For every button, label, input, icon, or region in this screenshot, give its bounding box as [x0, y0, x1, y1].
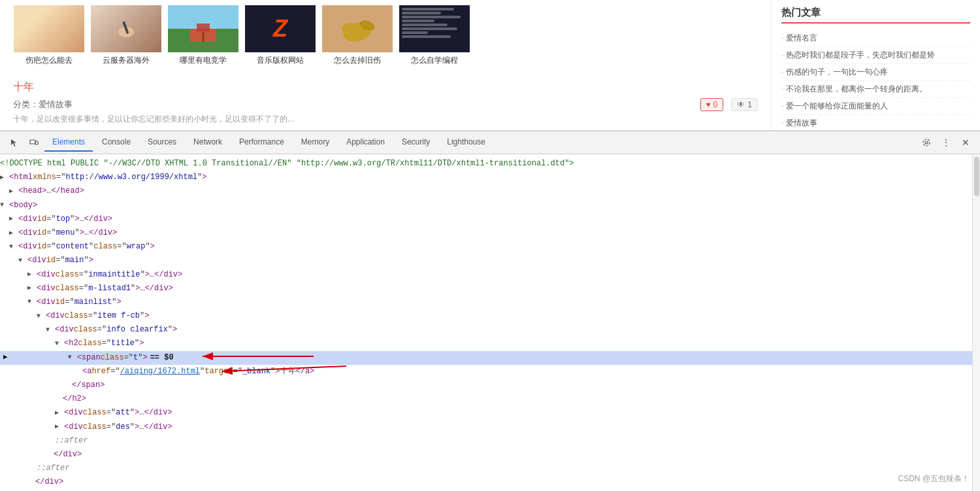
line-after-2: ::after	[0, 462, 972, 475]
article-image-item: 伤疤怎么能去	[13, 5, 85, 66]
toggle-div-top[interactable]: ▶	[9, 215, 17, 223]
view-count: 1	[747, 100, 752, 109]
line-div-att[interactable]: ▶ <div class="att" > … </div>	[0, 406, 972, 420]
toggle-div-main[interactable]: ▼	[18, 257, 26, 265]
website-main: 伤疤怎么能去 云服务器海外 哪里有电竞学	[0, 0, 771, 130]
toggle-h2[interactable]: ▼	[55, 340, 63, 348]
toggle-inmaintitle[interactable]: ▶	[27, 271, 35, 279]
scrollbar[interactable]	[972, 154, 980, 491]
article-stats: ♥ 0 👁 1	[700, 98, 759, 111]
article-image-4: Z	[245, 5, 316, 52]
line-head[interactable]: ▶ <head> … </head>	[0, 184, 972, 198]
tab-network[interactable]: Network	[186, 133, 230, 152]
article-images: 伤疤怎么能去 云服务器海外 哪里有电竞学	[13, 0, 758, 71]
heart-count: 0	[713, 100, 718, 109]
dom0-marker: == $0	[150, 352, 174, 364]
scrollbar-thumb[interactable]	[974, 157, 979, 196]
line-close-mainlist[interactable]: </div>	[0, 475, 972, 489]
doctype-text: <!DOCTYPE html PUBLIC "-//W3C//DTD XHTML…	[0, 158, 574, 170]
pseudo-after-2: ::after	[37, 462, 69, 475]
image-caption-6: 怎么自学编程	[411, 55, 458, 66]
line-div-info[interactable]: ▼ <div class="info clearfix" >	[0, 323, 972, 337]
tab-security[interactable]: Security	[394, 133, 438, 152]
sidebar-item-6[interactable]: 爱情故事	[781, 115, 970, 132]
website-sidebar: 热门文章 爱情名言 热恋时我们都是段子手，失恋时我们都是矫 伤感的句子，一句比一…	[771, 0, 980, 130]
svg-point-11	[923, 139, 930, 146]
toggle-html[interactable]: ▶	[0, 174, 8, 182]
line-html[interactable]: ▶ <html xmlns="http://www.w3.org/1999/xh…	[0, 171, 972, 184]
cursor-icon-btn[interactable]	[5, 133, 24, 152]
svg-point-10	[925, 141, 928, 144]
close-btn[interactable]: ✕	[956, 133, 975, 152]
tab-console[interactable]: Console	[94, 133, 139, 152]
device-toggle-btn[interactable]	[25, 133, 43, 152]
toggle-item[interactable]: ▼	[37, 313, 44, 320]
line-close-h2[interactable]: </h2>	[0, 392, 972, 406]
more-btn[interactable]: ⋮	[937, 133, 955, 152]
svg-rect-3	[197, 24, 210, 31]
line-div-top[interactable]: ▶ <div id="top" > … </div>	[0, 212, 972, 226]
heart-badge: ♥ 0	[700, 98, 724, 111]
svg-rect-8	[30, 140, 35, 144]
line-h2-title[interactable]: ▼ <h2 class="title" >	[0, 337, 972, 350]
article-image-item: 云服务器海外	[90, 5, 162, 66]
selected-indicator: ▶	[3, 352, 8, 364]
toggle-info[interactable]: ▼	[46, 326, 54, 334]
sidebar-item-5[interactable]: 爱一个能够给你正面能量的人	[781, 98, 970, 115]
article-image-1	[14, 5, 84, 52]
article-category: 分类：爱情故事	[13, 99, 73, 110]
view-icon: 👁	[737, 100, 745, 109]
tab-sources[interactable]: Sources	[140, 133, 184, 152]
pseudo-after-1: ::after	[55, 435, 88, 447]
image-caption-2: 云服务器海外	[103, 55, 150, 66]
article-image-5	[322, 5, 393, 52]
sidebar-item-2[interactable]: 热恋时我们都是段子手，失恋时我们都是矫	[781, 47, 970, 64]
line-after-1: ::after	[0, 434, 972, 448]
toggle-des[interactable]: ▶	[55, 423, 63, 431]
tab-elements[interactable]: Elements	[44, 133, 93, 152]
line-div-item[interactable]: ▼ <div class="item f-cb" >	[0, 309, 972, 323]
sidebar-item-1[interactable]: 爱情名言	[781, 30, 970, 47]
line-div-main[interactable]: ▼ <div id="main" >	[0, 254, 972, 267]
toggle-div-menu[interactable]: ▶	[9, 229, 17, 237]
image-caption-4: 音乐版权网站	[257, 55, 304, 66]
article-title[interactable]: 十年	[13, 80, 758, 94]
line-div-mlistad1[interactable]: ▶ <div class="m-listad1" > … </div>	[0, 282, 972, 296]
article-image-2	[91, 5, 161, 52]
article-image-6	[399, 5, 470, 52]
line-close-span[interactable]: </span>	[0, 379, 972, 392]
line-span-t[interactable]: ▶ ▼ <span class="t" > == $0	[0, 351, 972, 365]
sidebar-item-4[interactable]: 不论我在那里，都离你一个转身的距离。	[781, 81, 970, 98]
line-body[interactable]: ▼ <body>	[0, 199, 972, 212]
line-div-inmaintitle[interactable]: ▶ <div class="inmaintitle" > … </div>	[0, 268, 972, 282]
toggle-div-content[interactable]: ▼	[9, 243, 17, 251]
article-image-item: Z 音乐版权网站	[244, 5, 316, 66]
svg-rect-9	[35, 141, 38, 144]
heart-icon: ♥	[706, 100, 711, 109]
elements-panel: <!DOCTYPE html PUBLIC "-//W3C//DTD XHTML…	[0, 154, 972, 491]
image-caption-1: 伤疤怎么能去	[25, 55, 73, 66]
line-div-mainlist[interactable]: ▼ <div id="mainlist" >	[0, 296, 972, 309]
tab-application[interactable]: Application	[338, 133, 393, 152]
tab-performance[interactable]: Performance	[231, 133, 292, 152]
toggle-mlistad1[interactable]: ▶	[27, 284, 35, 292]
toggle-mainlist[interactable]: ▼	[27, 298, 35, 306]
line-doctype[interactable]: <!DOCTYPE html PUBLIC "-//W3C//DTD XHTML…	[0, 157, 972, 171]
sidebar-item-3[interactable]: 伤感的句子，一句比一句心疼	[781, 64, 970, 81]
line-close-info[interactable]: </div>	[0, 448, 972, 462]
toggle-head[interactable]: ▶	[9, 188, 17, 195]
toggle-body[interactable]: ▼	[0, 201, 8, 209]
image-caption-5: 怎么去掉旧伤	[334, 55, 381, 66]
toggle-att[interactable]: ▶	[55, 409, 63, 417]
settings-btn[interactable]	[917, 133, 936, 152]
toggle-span[interactable]: ▼	[68, 354, 76, 362]
tab-lighthouse[interactable]: Lighthouse	[439, 133, 493, 152]
line-div-content[interactable]: ▼ <div id="content" class="wrap" >	[0, 240, 972, 254]
article-info: 十年 分类：爱情故事 ♥ 0 👁 1 十年，足以改变很多事情，足以让你忘记那些美…	[13, 75, 758, 125]
line-a-link[interactable]: <a href="/aiqing/1672.html" target="_bla…	[0, 365, 972, 379]
tab-memory[interactable]: Memory	[293, 133, 337, 152]
svg-rect-4	[202, 32, 204, 42]
line-div-menu[interactable]: ▶ <div id="menu" > … </div>	[0, 226, 972, 240]
line-div-des[interactable]: ▶ <div class="des" > … </div>	[0, 420, 972, 434]
article-image-item: 怎么自学编程	[399, 5, 470, 66]
